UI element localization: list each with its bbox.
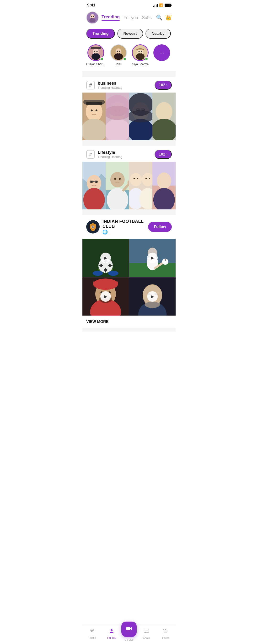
play-button-3[interactable]: ▶: [100, 291, 111, 302]
svg-point-8: [94, 51, 95, 52]
hashtag-left: # business Trending Hashtag: [86, 81, 122, 90]
avatar-image: [87, 12, 98, 23]
nav-item-chats[interactable]: Chats: [137, 628, 156, 639]
hashtag-subtitle-business: Trending Hashtag: [98, 86, 122, 90]
svg-point-58: [110, 172, 124, 187]
strip-image-1[interactable]: [82, 92, 106, 140]
story-item-aliya[interactable]: Aliya Sharma: [132, 44, 149, 66]
pill-newest[interactable]: Newest: [117, 28, 143, 39]
signal-icon: [153, 4, 158, 7]
nav-label-go-live: Go Live: [124, 638, 134, 641]
svg-point-23: [82, 119, 106, 140]
crown-icon[interactable]: 👑: [165, 14, 172, 21]
online-indicator-tanu: [123, 57, 126, 60]
pill-nearby[interactable]: Nearby: [146, 28, 171, 39]
lifestyle-img-4[interactable]: [152, 162, 176, 210]
nav-item-go-live[interactable]: Go Live: [121, 626, 137, 641]
pill-trending[interactable]: Trending: [86, 28, 115, 39]
nav-item-for-you[interactable]: For You: [102, 628, 121, 639]
lifestyle-img-2[interactable]: [106, 162, 129, 210]
hashtag-left-lifestyle: # Lifestyle Trending Hashtag: [86, 150, 122, 158]
avatar-svg: [87, 12, 98, 24]
user-avatar[interactable]: [86, 12, 99, 24]
play-button-4[interactable]: ▶: [147, 291, 158, 302]
header: Trending For you Subs 🔍 👑: [82, 10, 176, 27]
svg-point-46: [156, 102, 172, 121]
strip-image-2[interactable]: [106, 92, 129, 140]
svg-point-107: [91, 630, 93, 632]
person-img-4: [152, 92, 176, 140]
person-img-3: [129, 92, 152, 140]
hashtag-tag-business: business: [98, 81, 122, 86]
lifestyle-svg-3: [129, 162, 152, 210]
lifestyle-svg-4: [152, 162, 176, 210]
story-item-more[interactable]: ···: [153, 44, 170, 67]
lifestyle-img-1[interactable]: [82, 162, 106, 210]
club-logo-svg: WINDY RAMPAGE: [88, 222, 98, 232]
club-logo: WINDY RAMPAGE: [86, 220, 100, 234]
person-img-1: [82, 92, 106, 140]
play-button-1[interactable]: ▶: [100, 252, 111, 263]
svg-rect-113: [164, 629, 166, 630]
person-icon: [109, 628, 114, 636]
hashtag-card-lifestyle: # Lifestyle Trending Hashtag 102 ›: [82, 146, 176, 210]
svg-point-15: [119, 51, 120, 52]
status-bar: 9:41 📶: [82, 0, 176, 10]
online-indicator-gunjan: [100, 57, 104, 60]
hashtag-count-business[interactable]: 102 ›: [155, 80, 172, 90]
search-icon[interactable]: 🔍: [156, 14, 163, 21]
video-thumb-3[interactable]: ▶: [82, 278, 129, 316]
count-value-lifestyle: 102: [159, 152, 165, 156]
strip-image-3[interactable]: [129, 92, 152, 140]
tab-trending[interactable]: Trending: [101, 14, 120, 21]
view-more-row[interactable]: VIEW MORE: [82, 316, 176, 328]
svg-point-25: [95, 110, 97, 112]
lifestyle-svg-1: [82, 162, 106, 210]
svg-point-65: [130, 173, 142, 186]
nav-tabs: Trending For you Subs: [101, 14, 153, 21]
hashtag-count-lifestyle[interactable]: 102 ›: [155, 150, 172, 159]
svg-rect-100: [93, 282, 118, 285]
story-name-tanu: Tanu: [115, 62, 121, 66]
chat-svg: [144, 628, 149, 634]
story-more-button[interactable]: ···: [153, 44, 170, 61]
svg-rect-115: [164, 631, 168, 631]
nav-item-public[interactable]: Public: [82, 628, 102, 639]
svg-rect-116: [164, 632, 168, 632]
follow-button[interactable]: Follow: [148, 222, 172, 232]
club-header: WINDY RAMPAGE INDIAN FOOTBALL CLUB 🌐 Fol…: [82, 215, 176, 238]
svg-rect-114: [166, 629, 168, 630]
hashtag-info-lifestyle: Lifestyle Trending Hashtag: [98, 150, 122, 158]
nav-item-feeds[interactable]: Feeds: [156, 628, 176, 639]
tab-subs[interactable]: Subs: [142, 15, 152, 20]
video-thumb-1[interactable]: ▶: [82, 239, 129, 277]
chevron-right-icon: ›: [166, 83, 168, 87]
story-item-gunjan[interactable]: Gunjan Sharma: [86, 44, 105, 66]
feeds-icon: [163, 628, 169, 636]
video-thumb-2[interactable]: ▶: [129, 239, 176, 277]
person-svg: [109, 628, 114, 634]
hashtag-header-business: # business Trending Hashtag 102 ›: [82, 77, 176, 92]
svg-text:RAMPAGE: RAMPAGE: [91, 230, 95, 231]
strip-image-4[interactable]: [152, 92, 176, 140]
svg-text:WINDY: WINDY: [91, 224, 94, 226]
svg-point-44: [129, 110, 152, 122]
play-button-2[interactable]: ▶: [147, 252, 158, 263]
status-time: 9:41: [87, 3, 95, 8]
nav-label-feeds: Feeds: [162, 636, 170, 639]
svg-point-85: [108, 271, 118, 276]
radio-wave-icon: [89, 628, 95, 634]
camera-svg: [126, 625, 132, 632]
tab-for-you[interactable]: For you: [123, 15, 138, 20]
battery-icon: [165, 4, 171, 7]
story-item-tanu[interactable]: Tanu: [110, 44, 127, 66]
svg-point-30: [106, 119, 129, 140]
lifestyle-img-3[interactable]: [129, 162, 152, 210]
images-strip-lifestyle: [82, 162, 176, 210]
svg-point-20: [141, 51, 142, 52]
svg-rect-53: [90, 180, 93, 183]
story-avatar-wrap-aliya: [132, 44, 149, 61]
public-icon: [89, 628, 95, 636]
video-thumb-4[interactable]: ▶: [129, 278, 176, 316]
go-live-button[interactable]: [121, 622, 137, 637]
